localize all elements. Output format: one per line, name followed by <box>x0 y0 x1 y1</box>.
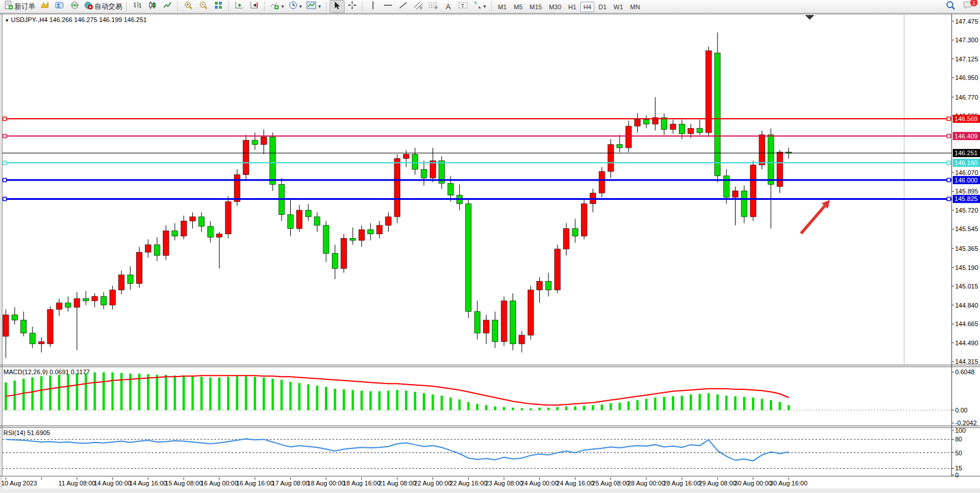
rsi-axis-label[interactable]: 100 <box>955 427 966 434</box>
zoom-in-button[interactable] <box>181 0 196 13</box>
fibonacci-tool-button[interactable]: F <box>426 0 441 13</box>
bar-chart-type-button[interactable] <box>130 0 145 13</box>
price-axis-label[interactable]: 144.665 <box>955 320 978 327</box>
macd-histogram-bar <box>290 382 292 410</box>
text-tool-button[interactable]: A <box>441 0 456 13</box>
label-icon: T <box>458 1 469 12</box>
timeframe-button-mn[interactable]: MN <box>627 2 643 12</box>
channel-tool-button[interactable]: E <box>411 0 426 13</box>
candle-bearish <box>546 282 551 290</box>
cursor-tool-button[interactable] <box>330 0 345 13</box>
time-axis-label[interactable]: 25 Aug 08:00 <box>592 480 630 487</box>
timeframe-button-d1[interactable]: D1 <box>595 2 609 12</box>
line-chart-type-button[interactable] <box>160 0 175 13</box>
time-axis-label[interactable]: 16 Aug 00:00 <box>200 480 238 487</box>
price-axis-label[interactable]: 145.545 <box>955 225 978 232</box>
rsi-axis-label[interactable]: 15 <box>955 465 962 472</box>
collapse-triangle-icon[interactable]: ▼ <box>5 18 9 23</box>
line-handle[interactable] <box>947 161 950 165</box>
timeframe-button-m5[interactable]: M5 <box>511 2 525 12</box>
price-axis-label[interactable]: 145.720 <box>955 207 978 214</box>
candlestick-chart-type-button[interactable] <box>145 0 160 13</box>
line-handle[interactable] <box>3 197 6 200</box>
time-axis-label[interactable]: 15 Aug 08:00 <box>165 480 203 487</box>
timeframe-button-m30[interactable]: M30 <box>546 2 564 12</box>
timeframe-button-h1[interactable]: H1 <box>565 2 579 12</box>
time-axis-label[interactable]: 30 Aug 00:00 <box>734 480 772 487</box>
auto-trading-button[interactable]: 自动交易 <box>82 0 124 13</box>
chart-header[interactable]: ▼ USDJPY-,H4 146.266 146.275 146.199 146… <box>5 16 147 23</box>
vertical-line-tool-button[interactable] <box>365 0 381 13</box>
price-axis-label[interactable]: 146.070 <box>955 169 978 176</box>
time-axis-label[interactable]: 18 Aug 00:00 <box>308 480 345 487</box>
line-handle[interactable] <box>3 134 6 138</box>
price-axis-label[interactable]: 145.190 <box>955 264 978 271</box>
trendline-tool-button[interactable] <box>396 0 411 13</box>
market-watch-button[interactable] <box>52 0 67 13</box>
crosshair-tool-button[interactable] <box>345 0 360 13</box>
chart-window[interactable]: 147.475147.300147.125146.950146.770146.5… <box>0 13 980 493</box>
time-axis-label[interactable]: 22 Aug 00:00 <box>414 480 452 487</box>
time-axis-label[interactable]: 24 Aug 16:00 <box>557 480 594 487</box>
rsi-axis-label[interactable]: 80 <box>955 436 962 443</box>
macd-axis-label[interactable]: 0.00 <box>955 407 967 414</box>
new-order-button[interactable]: 新订单 <box>2 0 37 13</box>
horizontal-line-tool-button[interactable] <box>381 0 396 13</box>
price-axis-label[interactable]: 147.475 <box>955 18 978 25</box>
macd-axis-label[interactable]: -0.2042 <box>955 419 977 426</box>
rsi-axis-label[interactable]: 50 <box>955 450 962 457</box>
time-axis-label[interactable]: 17 Aug 08:00 <box>272 480 309 487</box>
price-axis-label[interactable]: 146.950 <box>955 74 978 81</box>
macd-axis-label[interactable]: 0.6048 <box>955 368 975 375</box>
line-handle[interactable] <box>947 134 950 138</box>
price-axis-label[interactable]: 145.895 <box>955 188 978 195</box>
shapes-tool-button[interactable]: ▼ <box>471 0 489 13</box>
time-axis-label[interactable]: 10 Aug 2023 <box>1 480 37 487</box>
profiles-button[interactable] <box>37 0 52 13</box>
time-axis-label[interactable]: 14 Aug 00:00 <box>94 480 131 487</box>
chart-shift-button[interactable] <box>247 0 262 13</box>
line-handle[interactable] <box>947 178 950 182</box>
time-axis-label[interactable]: 21 Aug 08:00 <box>378 480 416 487</box>
auto-scroll-button[interactable] <box>232 0 247 13</box>
signals-button[interactable] <box>67 0 82 13</box>
timeframe-button-m1[interactable]: M1 <box>495 2 510 12</box>
line-handle[interactable] <box>947 197 950 200</box>
time-axis-label[interactable]: 28 Aug 00:00 <box>627 480 665 487</box>
time-axis-label[interactable]: 11 Aug 08:00 <box>58 480 96 487</box>
time-axis-label[interactable]: 14 Aug 16:00 <box>129 480 167 487</box>
price-axis-label[interactable]: 147.300 <box>955 36 978 43</box>
search-button[interactable] <box>943 0 958 13</box>
price-axis-label[interactable]: 146.770 <box>955 94 978 101</box>
chart-canvas[interactable]: 147.475147.300147.125146.950146.770146.5… <box>0 13 980 493</box>
line-handle[interactable] <box>3 117 6 120</box>
time-axis-label[interactable]: 18 Aug 16:00 <box>343 480 381 487</box>
label-tool-button[interactable]: T <box>456 0 471 13</box>
periods-button[interactable]: ▼ <box>287 0 305 13</box>
line-handle[interactable] <box>3 161 6 165</box>
timeframe-button-m15[interactable]: M15 <box>526 2 544 12</box>
timeframe-button-w1[interactable]: W1 <box>610 2 626 12</box>
tile-windows-button[interactable] <box>211 0 226 13</box>
price-axis-label[interactable]: 144.315 <box>955 358 978 365</box>
price-axis-label[interactable]: 145.365 <box>955 245 978 252</box>
line-handle[interactable] <box>3 178 6 182</box>
time-axis-label[interactable]: 16 Aug 16:00 <box>236 480 274 487</box>
time-axis-label[interactable]: 29 Aug 08:00 <box>699 480 736 487</box>
time-axis-label[interactable]: 24 Aug 00:00 <box>521 480 558 487</box>
zoom-out-button[interactable] <box>196 0 211 13</box>
templates-button[interactable]: ▼ <box>305 0 324 13</box>
price-axis-label[interactable]: 145.015 <box>955 283 978 290</box>
time-axis-label[interactable]: 30 Aug 16:00 <box>770 480 807 487</box>
time-axis-label[interactable]: 22 Aug 16:00 <box>449 480 487 487</box>
indicators-button[interactable]: ▼ <box>268 0 287 13</box>
rsi-axis-label[interactable]: 0 <box>955 472 959 479</box>
line-handle[interactable] <box>947 117 950 120</box>
notifications-button[interactable]: 1 <box>960 0 975 13</box>
time-axis-label[interactable]: 23 Aug 08:00 <box>485 480 523 487</box>
price-axis-label[interactable]: 147.125 <box>955 56 978 63</box>
timeframe-button-h4[interactable]: H4 <box>580 2 594 12</box>
price-axis-label[interactable]: 144.840 <box>955 302 978 309</box>
price-axis-label[interactable]: 144.490 <box>955 339 978 346</box>
time-axis-label[interactable]: 28 Aug 16:00 <box>663 480 701 487</box>
